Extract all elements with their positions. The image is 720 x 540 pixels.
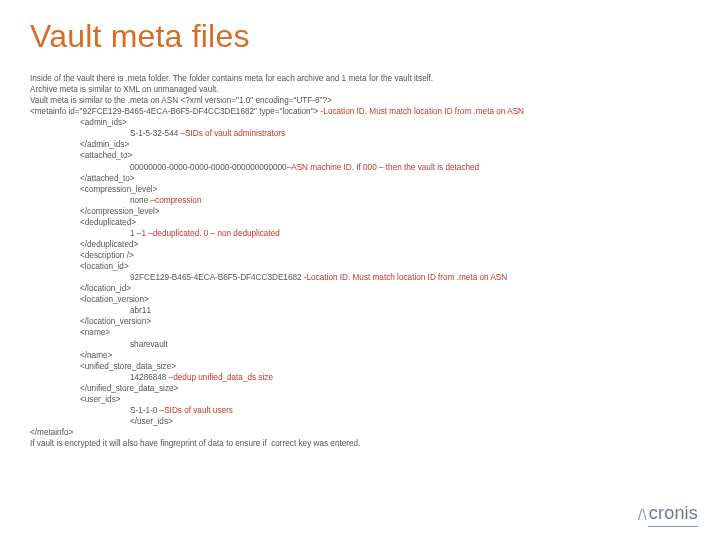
t: S-1-5-32-544 –SIDs of vault administrato… (30, 128, 690, 139)
t: </compression_level> (30, 206, 690, 217)
page-title: Vault meta files (30, 18, 690, 55)
brand-underline-icon (648, 526, 698, 528)
t: abr11 (30, 305, 690, 316)
t: </location_version> (30, 316, 690, 327)
meta-open: <metainfo id="92FCE129-B465-4ECA-B6F5-DF… (30, 106, 690, 117)
t: none –compression (30, 195, 690, 206)
t: <location_version> (30, 294, 690, 305)
t: <name> (30, 327, 690, 338)
t: </attached_to> (30, 173, 690, 184)
t: sharevault (30, 339, 690, 350)
t: <compression_level> (30, 184, 690, 195)
t: <unified_store_data_size> (30, 361, 690, 372)
t: </location_id> (30, 283, 690, 294)
brand-text: cronis (649, 503, 698, 523)
p: If vault is encrypted it will also have … (30, 438, 690, 449)
slide: Vault meta files Inside of the vault the… (0, 0, 720, 449)
t: 1 –1 –deduplicated. 0 – non deduplicated (30, 228, 690, 239)
t: 14286848 –dedup unified_data_ds size (30, 372, 690, 383)
p: Archive meta is similar to XML on unmana… (30, 84, 690, 95)
t: </unified_store_data_size> (30, 383, 690, 394)
t: 92FCE129-B465-4ECA-B6F5-DF4CC3DE1682 -Lo… (30, 272, 690, 283)
p: Vault meta is similar to the .meta on AS… (30, 95, 690, 106)
t: </admin_ids> (30, 139, 690, 150)
brand-logo: /\cronis (638, 503, 698, 524)
logo-a-icon: /\ (638, 506, 647, 523)
t: S-1-1-0 –SIDs of vault users (30, 405, 690, 416)
p: Inside of the vault there is .meta folde… (30, 73, 690, 84)
t: <attached_to> (30, 150, 690, 161)
t: <description /> (30, 250, 690, 261)
t: <user_ids> (30, 394, 690, 405)
t: </name> (30, 350, 690, 361)
body-text: Inside of the vault there is .meta folde… (30, 73, 690, 449)
t: <location_id> (30, 261, 690, 272)
meta-close: </metainfo> (30, 427, 690, 438)
t: </user_ids> (30, 416, 690, 427)
t: </deduplicated> (30, 239, 690, 250)
t: 00000000-0000-0000-0000-000000000000–ASN… (30, 162, 690, 173)
t: <deduplicated> (30, 217, 690, 228)
t: <admin_ids> (30, 117, 690, 128)
